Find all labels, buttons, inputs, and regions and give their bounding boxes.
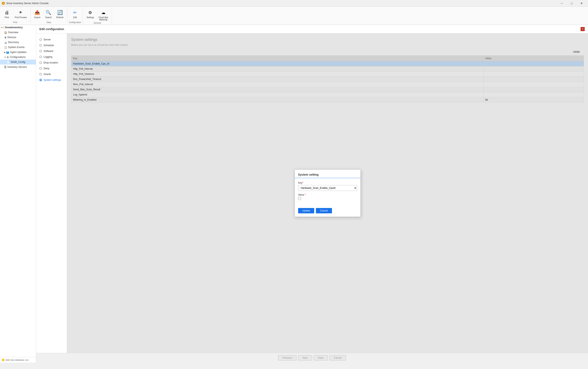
cloud-app-button[interactable]: Cloud AppMetering: [97, 8, 110, 22]
root-icon: I: [3, 26, 4, 29]
svg-text:S: S: [3, 2, 4, 5]
modal-header: System setting: [295, 170, 360, 178]
siaw-icon: [7, 60, 10, 64]
modal-cancel-button[interactable]: Cancel: [316, 208, 332, 213]
ribbon-group-config-items: Edit: [70, 7, 80, 21]
sidebar-item-system-events[interactable]: System Events: [0, 45, 36, 50]
modal-value-label: Value *: [298, 193, 357, 196]
sidebar-item-siaw-config[interactable]: SIAW_Config: [0, 60, 36, 64]
refresh-label: Refresh: [56, 16, 63, 19]
app-icon: S: [2, 2, 5, 5]
home-icon: [4, 31, 7, 34]
sidebar-item-devices[interactable]: Devices: [0, 35, 36, 40]
next-button[interactable]: Next: [298, 355, 312, 360]
config-nav-schedule[interactable]: Schedule: [36, 42, 67, 48]
search-button[interactable]: Search: [43, 8, 54, 20]
print-icon: [3, 9, 10, 16]
ribbon-group-config: Edit Configuration: [67, 7, 83, 24]
config-nav-logging[interactable]: Logging: [36, 54, 67, 60]
db-icon: [2, 359, 5, 361]
settings-icon: [87, 9, 94, 16]
config-nav-server[interactable]: Server: [36, 37, 67, 42]
config-icon: [7, 55, 9, 59]
modal-value-field: Value *: [298, 193, 357, 201]
edit-button[interactable]: Edit: [70, 8, 80, 20]
modal-key-field: Key* Hardware_Scan_Enable_CpuidHttp_Poll…: [298, 181, 357, 191]
sidebar-item-inventory-servers[interactable]: Inventory Servers: [0, 64, 36, 70]
radio-server: [39, 38, 42, 41]
system-events-label: System Events: [8, 46, 25, 49]
radio-drop-location: [39, 62, 42, 64]
maximize-button[interactable]: □: [567, 0, 577, 7]
ribbon-group-config-label: Configuration: [69, 21, 81, 24]
print-button[interactable]: Print: [2, 8, 12, 20]
modal-value-checkbox[interactable]: [298, 197, 301, 200]
previous-button[interactable]: Previous: [278, 355, 296, 360]
title-bar: S Snow Inventory Server Admin Console ─ …: [0, 0, 588, 7]
config-nav-drop-location[interactable]: Drop location: [36, 60, 67, 66]
servers-icon: [4, 65, 7, 69]
system-settings-nav-label: System settings: [43, 79, 61, 82]
siaw-config-label: SIAW_Config: [10, 61, 25, 63]
ribbon-group-general-items: Settings Cloud AppMetering: [84, 7, 110, 22]
search-icon: [45, 9, 52, 16]
modal-key-label: Key*: [298, 181, 357, 184]
sidebar-root-label: SnowInventory: [5, 26, 23, 29]
config-nav: Server Schedule Software Logging Drop lo…: [36, 33, 67, 353]
modal-body: Key* Hardware_Scan_Enable_CpuidHttp_Poll…: [295, 178, 360, 206]
cancel-button[interactable]: Cancel: [329, 355, 346, 360]
radio-deny: [39, 67, 42, 70]
oracle-label: Oracle: [43, 73, 51, 76]
radio-schedule: [39, 44, 42, 47]
devices-icon: [4, 36, 7, 39]
modal-footer: Update Cancel: [295, 206, 360, 217]
sidebar-item-overview[interactable]: Overview: [0, 30, 36, 35]
sidebar-item-configurations[interactable]: ▼ Configurations: [0, 55, 36, 60]
close-button[interactable]: ✕: [577, 0, 586, 7]
settings-button[interactable]: Settings: [84, 8, 96, 20]
sidebar-root[interactable]: ▼ I SnowInventory: [0, 25, 36, 30]
edit-config-title: Edit configuration: [39, 27, 64, 31]
save-button[interactable]: Save: [314, 355, 328, 360]
ribbon-group-print-label: Print: [2, 21, 29, 24]
sidebar-bottom[interactable]: Add new database con: [0, 357, 36, 363]
modal-update-button[interactable]: Update: [298, 208, 315, 213]
minimize-button[interactable]: ─: [557, 0, 567, 7]
config-expander: ▼: [4, 56, 6, 58]
sidebar: ▼ I SnowInventory Overview Devices Disco…: [0, 25, 36, 363]
modal-title: System setting: [298, 173, 357, 176]
config-nav-deny[interactable]: Deny: [36, 66, 67, 71]
add-db-label: Add new database con: [6, 359, 29, 361]
content-area: Edit configuration × Server Schedule Sof…: [36, 25, 588, 363]
edit-label: Edit: [73, 16, 77, 19]
discovery-icon: [4, 41, 7, 44]
export-button[interactable]: Export: [32, 8, 42, 20]
drop-location-label: Drop location: [43, 61, 58, 64]
settings-label: Settings: [86, 16, 94, 19]
ribbon-group-general-label: General: [84, 22, 110, 25]
main-container: ▼ I SnowInventory Overview Devices Disco…: [0, 25, 588, 363]
print-preview-button[interactable]: Print Preview: [13, 8, 29, 20]
cloud-app-label: Cloud AppMetering: [99, 16, 108, 21]
print-preview-icon: [17, 9, 24, 16]
edit-config-close-button[interactable]: ×: [581, 27, 585, 31]
config-nav-system-settings[interactable]: System settings: [36, 77, 67, 83]
sidebar-item-discovery[interactable]: Discovery: [0, 40, 36, 45]
cloud-icon: [100, 9, 107, 16]
server-label: Server: [43, 38, 51, 41]
ribbon-group-print: Print Print Preview Print: [0, 7, 31, 24]
refresh-button[interactable]: Refresh: [54, 8, 65, 20]
config-nav-oracle[interactable]: Oracle: [36, 71, 67, 77]
config-nav-software[interactable]: Software: [36, 48, 67, 54]
agent-icon: [6, 51, 9, 54]
ribbon-group-print-items: Print Print Preview: [2, 7, 29, 21]
radio-software: [39, 50, 42, 52]
ribbon-group-data-label: Data: [32, 21, 65, 24]
sidebar-item-agent-updates[interactable]: ▶ Agent Updates: [0, 50, 36, 55]
window-title: Snow Inventory Server Admin Console: [6, 2, 557, 5]
radio-system-settings: [39, 79, 42, 81]
software-label: Software: [43, 50, 53, 52]
system-setting-modal: System setting Key* Hardware_Scan_Enable…: [295, 169, 361, 217]
print-label: Print: [5, 16, 9, 19]
modal-key-select[interactable]: Hardware_Scan_Enable_CpuidHttp_Poll_Inte…: [298, 185, 357, 191]
